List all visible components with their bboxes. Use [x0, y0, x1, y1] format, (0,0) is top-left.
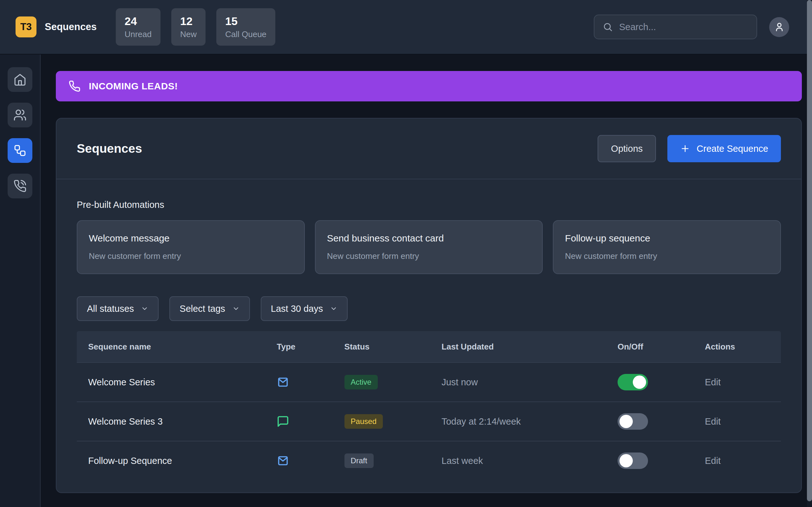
stat-card-new[interactable]: 12 New: [171, 8, 206, 46]
stat-value: 12: [180, 15, 197, 27]
header-stats: 24 Unread 12 New 15 Call Queue: [116, 8, 275, 46]
edit-link[interactable]: Edit: [705, 377, 721, 387]
onoff-toggle[interactable]: [618, 452, 648, 469]
user-icon: [774, 21, 785, 33]
phone-icon: [68, 80, 81, 92]
sequences-panel: Sequences Options Create Sequence Pre-bu…: [56, 118, 802, 493]
stat-label: Call Queue: [225, 30, 266, 39]
column-header-type: Type: [276, 342, 344, 352]
sidebar-item-calls[interactable]: [8, 174, 32, 199]
sidebar-item-home[interactable]: [8, 67, 32, 92]
card-title: Follow-up sequence: [565, 233, 769, 244]
column-header-name: Sequence name: [77, 342, 276, 352]
prebuilt-cards: Welcome message New customer form entry …: [77, 220, 781, 274]
sequence-name: Welcome Series: [77, 377, 276, 388]
page-title: Sequences: [77, 142, 598, 156]
column-header-updated: Last Updated: [442, 342, 618, 352]
panel-header: Sequences Options Create Sequence: [56, 118, 801, 179]
create-sequence-label: Create Sequence: [697, 144, 768, 154]
toggle-knob: [619, 454, 633, 467]
last-updated: Today at 2:14/week: [442, 416, 618, 427]
card-title: Send business contact card: [327, 233, 531, 244]
status-filter-dropdown[interactable]: All statuses: [77, 296, 159, 321]
prebuilt-heading: Pre-built Automations: [77, 200, 781, 210]
chevron-down-icon: [141, 305, 148, 313]
toggle-knob: [619, 415, 633, 428]
filter-label: All statuses: [87, 303, 134, 314]
top-header: T3 Sequences 24 Unread 12 New 15 Call Qu…: [0, 0, 812, 55]
search-box[interactable]: [594, 14, 757, 39]
status-badge: Active: [345, 375, 378, 389]
date-range-dropdown[interactable]: Last 30 days: [261, 296, 348, 321]
edit-link[interactable]: Edit: [705, 456, 721, 466]
card-subtitle: New customer form entry: [327, 251, 531, 261]
users-icon: [13, 108, 27, 122]
filter-label: Last 30 days: [271, 303, 323, 314]
sequences-table: Sequence name Type Status Last Updated O…: [77, 331, 781, 480]
user-avatar[interactable]: [769, 17, 789, 37]
column-header-actions: Actions: [705, 342, 781, 352]
tags-filter-dropdown[interactable]: Select tags: [169, 296, 250, 321]
stat-card-unread[interactable]: 24 Unread: [116, 8, 160, 46]
onoff-toggle[interactable]: [618, 374, 648, 390]
chevron-down-icon: [232, 305, 240, 313]
card-subtitle: New customer form entry: [565, 251, 769, 261]
message-type-icon: [276, 415, 289, 428]
column-header-onoff: On/Off: [618, 342, 705, 352]
automation-card-welcome-message[interactable]: Welcome message New customer form entry: [77, 220, 305, 274]
stat-label: New: [180, 30, 197, 39]
last-updated: Last week: [442, 456, 618, 466]
plus-icon: [680, 144, 690, 154]
stat-label: Unread: [125, 30, 152, 39]
sidebar-item-contacts[interactable]: [8, 103, 32, 127]
automation-card-follow-up[interactable]: Follow-up sequence New customer form ent…: [553, 220, 781, 274]
search-input[interactable]: [619, 22, 748, 32]
status-badge: Paused: [345, 414, 383, 429]
stat-value: 15: [225, 15, 266, 27]
card-subtitle: New customer form entry: [89, 251, 293, 261]
sidebar-nav: [0, 55, 41, 507]
last-updated: Just now: [442, 377, 618, 388]
create-sequence-button[interactable]: Create Sequence: [667, 135, 781, 162]
sequence-name: Follow-up Sequence: [77, 456, 276, 466]
stat-card-call-queue[interactable]: 15 Call Queue: [216, 8, 275, 46]
table-row: Follow-up Sequence Draft Last week Edit: [77, 441, 781, 480]
incoming-leads-banner[interactable]: INCOMING LEADS!: [56, 71, 802, 101]
card-title: Welcome message: [89, 233, 293, 244]
search-icon: [603, 22, 613, 32]
page-scrollbar-thumb[interactable]: [807, 0, 812, 501]
home-icon: [13, 73, 27, 86]
chevron-down-icon: [330, 305, 338, 313]
onoff-toggle[interactable]: [618, 413, 648, 430]
email-type-icon: [276, 454, 289, 467]
page-scrollbar-track[interactable]: [807, 0, 812, 507]
sequence-name: Welcome Series 3: [77, 416, 276, 427]
status-badge: Draft: [345, 453, 374, 468]
filters-bar: All statuses Select tags Last 30 days: [77, 296, 781, 321]
sidebar-item-sequences[interactable]: [8, 138, 32, 163]
stat-value: 24: [125, 15, 152, 27]
column-header-status: Status: [345, 342, 442, 352]
app-logo: T3: [15, 16, 37, 38]
banner-text: INCOMING LEADS!: [89, 81, 178, 92]
app-title: Sequences: [45, 21, 97, 33]
automation-card-contact-card[interactable]: Send business contact card New customer …: [315, 220, 543, 274]
email-type-icon: [276, 376, 289, 389]
options-button[interactable]: Options: [598, 135, 656, 162]
panel-body: Pre-built Automations Welcome message Ne…: [56, 200, 801, 480]
phone-call-icon: [13, 179, 27, 193]
filter-label: Select tags: [180, 303, 225, 314]
edit-link[interactable]: Edit: [705, 416, 721, 427]
table-row: Welcome Series Active Just now Edit: [77, 362, 781, 401]
main-content: INCOMING LEADS! Sequences Options Create…: [41, 55, 812, 507]
table-header-row: Sequence name Type Status Last Updated O…: [77, 331, 781, 362]
table-row: Welcome Series 3 Paused Today at 2:14/we…: [77, 401, 781, 441]
workflow-icon: [13, 144, 27, 157]
toggle-knob: [633, 376, 646, 389]
